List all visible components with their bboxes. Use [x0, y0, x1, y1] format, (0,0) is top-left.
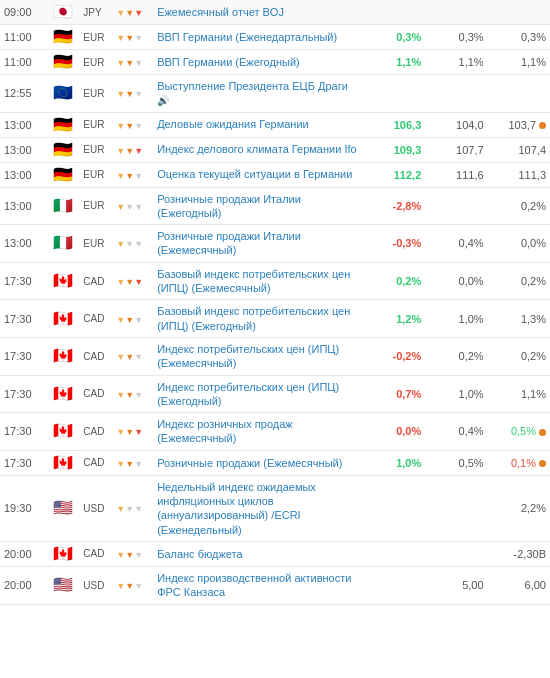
event-title[interactable]: Оценка текущей ситуации в Германии — [153, 162, 363, 187]
impact-indicator: ▼▼▼ — [112, 337, 153, 375]
impact-arrow-2: ▼ — [125, 352, 134, 362]
impact-arrow-1: ▼ — [116, 427, 125, 437]
currency-code: CAD — [79, 300, 112, 338]
impact-arrow-2: ▼ — [125, 277, 134, 287]
forecast-value: 0,4% — [459, 425, 484, 437]
prev-cell: 107,4 — [488, 137, 550, 162]
actual-value: -0,3% — [393, 237, 422, 249]
country-flag: 🇺🇸 — [53, 576, 73, 593]
event-title[interactable]: Недельный индекс ожидаемых инфляционных … — [153, 475, 363, 541]
forecast-value: 111,6 — [456, 169, 484, 181]
event-time: 13:00 — [0, 137, 48, 162]
country-flag: 🇩🇪 — [53, 141, 73, 158]
flag-cell: 🇩🇪 — [48, 25, 80, 50]
country-flag: 🇺🇸 — [53, 499, 73, 516]
impact-arrow-3: ▼ — [134, 504, 143, 514]
impact-arrow-3: ▼ — [134, 146, 143, 156]
impact-arrow-3: ▼ — [134, 33, 143, 43]
impact-arrow-3: ▼ — [134, 427, 143, 437]
country-flag: 🇩🇪 — [53, 28, 73, 45]
actual-value: 0,7% — [396, 388, 421, 400]
country-flag: 🇨🇦 — [53, 422, 73, 439]
event-time: 17:30 — [0, 375, 48, 413]
actual-value: 1,2% — [396, 313, 421, 325]
event-title[interactable]: Розничные продажи (Ежемесячный) — [153, 450, 363, 475]
event-title[interactable]: ВВП Германии (Ежегодный) — [153, 50, 363, 75]
impact-arrow-2: ▼ — [125, 8, 134, 18]
event-title[interactable]: Индекс потребительских цен (ИПЦ) (Ежегод… — [153, 375, 363, 413]
flag-cell: 🇩🇪 — [48, 50, 80, 75]
forecast-cell: 0,5% — [425, 450, 487, 475]
impact-arrow-1: ▼ — [116, 504, 125, 514]
impact-indicator: ▼▼▼ — [112, 450, 153, 475]
flag-cell: 🇨🇦 — [48, 300, 80, 338]
prev-cell: 0,0% — [488, 225, 550, 263]
impact-arrow-2: ▼ — [125, 121, 134, 131]
calendar-row: 13:00 🇮🇹 EUR ▼▼▼ Розничные продажи Итали… — [0, 187, 550, 225]
event-time: 17:30 — [0, 450, 48, 475]
actual-value: 109,3 — [394, 144, 422, 156]
event-title[interactable]: Выступление Президента ЕЦБ Драги 🔊 — [153, 75, 363, 113]
actual-value: 1,1% — [396, 56, 421, 68]
impact-indicator: ▼▼▼ — [112, 541, 153, 566]
flag-cell: 🇩🇪 — [48, 162, 80, 187]
event-title[interactable]: Розничные продажи Италии (Ежемесячный) — [153, 225, 363, 263]
impact-arrow-2: ▼ — [125, 202, 134, 212]
forecast-value: 5,00 — [462, 579, 483, 591]
actual-value: -0,2% — [393, 350, 422, 362]
impact-indicator: ▼▼▼ — [112, 162, 153, 187]
prev-value: 0,3% — [521, 31, 546, 43]
calendar-row: 17:30 🇨🇦 CAD ▼▼▼ Розничные продажи (Ежем… — [0, 450, 550, 475]
impact-indicator: ▼▼▼ — [112, 300, 153, 338]
forecast-cell — [425, 187, 487, 225]
event-title[interactable]: Ежемесячный отчет BOJ — [153, 0, 363, 25]
impact-arrow-1: ▼ — [116, 581, 125, 591]
impact-arrow-3: ▼ — [134, 171, 143, 181]
forecast-value: 0,5% — [459, 457, 484, 469]
event-title[interactable]: ВВП Германии (Еженедартальный) — [153, 25, 363, 50]
forecast-value: 1,0% — [459, 388, 484, 400]
event-title[interactable]: Индекс розничных продаж (Ежемесячный) — [153, 413, 363, 451]
event-time: 13:00 — [0, 162, 48, 187]
impact-arrow-1: ▼ — [116, 315, 125, 325]
impact-indicator: ▼▼▼ — [112, 262, 153, 300]
impact-arrow-3: ▼ — [134, 89, 143, 99]
calendar-row: 13:00 🇩🇪 EUR ▼▼▼ Деловые ожидания Герман… — [0, 112, 550, 137]
flag-cell: 🇨🇦 — [48, 337, 80, 375]
event-title[interactable]: Индекс производственной активности ФРС К… — [153, 566, 363, 604]
prev-value: 1,3% — [521, 313, 546, 325]
flag-cell: 🇨🇦 — [48, 450, 80, 475]
impact-arrow-1: ▼ — [116, 89, 125, 99]
currency-code: CAD — [79, 337, 112, 375]
forecast-cell: 1,1% — [425, 50, 487, 75]
impact-arrow-2: ▼ — [125, 33, 134, 43]
actual-cell: -0,3% — [363, 225, 425, 263]
event-title[interactable]: Баланс бюджета — [153, 541, 363, 566]
impact-arrow-2: ▼ — [125, 427, 134, 437]
country-flag: 🇪🇺 — [53, 84, 73, 101]
event-title[interactable]: Индекс делового климата Германии Ifo — [153, 137, 363, 162]
revision-dot — [539, 460, 546, 467]
event-title[interactable]: Базовый индекс потребительских цен (ИПЦ)… — [153, 262, 363, 300]
event-title[interactable]: Деловые ожидания Германии — [153, 112, 363, 137]
event-title[interactable]: Индекс потребительских цен (ИПЦ) (Ежемес… — [153, 337, 363, 375]
event-title[interactable]: Базовый индекс потребительских цен (ИПЦ)… — [153, 300, 363, 338]
event-time: 19:30 — [0, 475, 48, 541]
country-flag: 🇨🇦 — [53, 347, 73, 364]
country-flag: 🇨🇦 — [53, 310, 73, 327]
currency-code: EUR — [79, 225, 112, 263]
actual-value: 0,3% — [396, 31, 421, 43]
impact-arrow-1: ▼ — [116, 277, 125, 287]
prev-cell: -2,30B — [488, 541, 550, 566]
flag-cell: 🇩🇪 — [48, 112, 80, 137]
impact-indicator: ▼▼▼ — [112, 413, 153, 451]
prev-value: 0,2% — [521, 350, 546, 362]
currency-code: EUR — [79, 75, 112, 113]
forecast-cell: 104,0 — [425, 112, 487, 137]
calendar-row: 11:00 🇩🇪 EUR ▼▼▼ ВВП Германии (Еженедарт… — [0, 25, 550, 50]
impact-arrow-2: ▼ — [125, 315, 134, 325]
forecast-value: 0,0% — [459, 275, 484, 287]
event-time: 11:00 — [0, 25, 48, 50]
event-title[interactable]: Розничные продажи Италии (Ежегодный) — [153, 187, 363, 225]
flag-cell: 🇨🇦 — [48, 262, 80, 300]
